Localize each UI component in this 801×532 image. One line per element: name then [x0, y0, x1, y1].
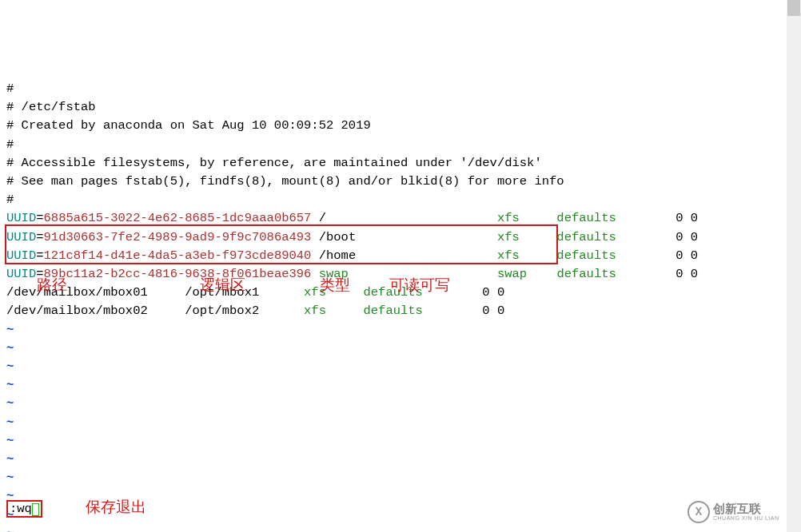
watermark-logo-icon: X	[687, 501, 710, 523]
comment-line: #	[6, 193, 14, 207]
fstab-uuid-row: UUID=6885a615-3022-4e62-8685-1dc9aaa0b65…	[6, 211, 698, 225]
comment-line: # Created by anaconda on Sat Aug 10 00:0…	[6, 118, 371, 133]
fstab-uuid-row: UUID=89bc11a2-b2cc-4816-9638-8f061beae39…	[6, 267, 698, 281]
tilde-line: ~	[6, 359, 14, 374]
cursor-icon	[32, 503, 39, 516]
comment-line: # See man pages fstab(5), findfs(8), mou…	[6, 174, 564, 189]
annotation-path: 路径	[37, 275, 67, 296]
scrollbar-thumb[interactable]	[787, 0, 800, 16]
fstab-uuid-row: UUID=121c8f14-d41e-4da5-a3eb-f973cde8904…	[6, 248, 698, 263]
watermark-sub: CHUANG XIN HU LIAN	[713, 515, 779, 522]
tilde-line: ~	[6, 415, 14, 430]
tilde-line: ~	[6, 396, 14, 411]
scrollbar[interactable]	[787, 0, 801, 532]
comment-line: # /etc/fstab	[6, 100, 96, 114]
comment-line: #	[6, 137, 14, 152]
tilde-line: ~	[6, 470, 14, 485]
tilde-line: ~	[6, 434, 14, 448]
watermark-brand: 创新互联	[713, 502, 779, 516]
tilde-line: ~	[6, 378, 14, 392]
vim-command-input[interactable]: :wq	[6, 500, 42, 518]
tilde-line: ~	[6, 341, 14, 355]
fstab-uuid-row: UUID=91d30663-7fe2-4989-9ad9-9f9c7086a49…	[6, 230, 698, 244]
annotation-type: 类型	[320, 275, 350, 296]
annotation-logical: 逻辑区	[200, 275, 245, 296]
annotation-rw: 可读可写	[389, 275, 450, 296]
comment-line: # Accessible filesystems, by reference, …	[6, 156, 542, 170]
tilde-line: ~	[6, 452, 14, 466]
tilde-line: ~	[6, 323, 14, 337]
annotation-save-exit: 保存退出	[86, 497, 146, 518]
watermark: X 创新互联 CHUANG XIN HU LIAN	[687, 498, 783, 526]
tilde-line: ~	[6, 526, 14, 532]
comment-line: #	[6, 81, 14, 96]
fstab-dev-row: /dev/mailbox/mbox02 /opt/mbox2 xfs defau…	[6, 304, 504, 318]
